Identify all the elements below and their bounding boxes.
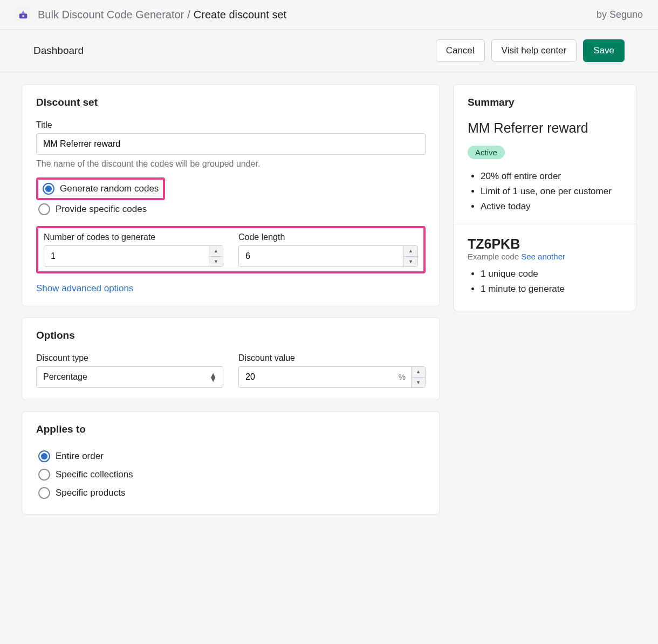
help-center-button[interactable]: Visit help center (491, 39, 577, 62)
see-another-link[interactable]: See another (521, 252, 565, 261)
stepper-up-icon[interactable]: ▲ (412, 367, 425, 378)
radio-icon (38, 469, 50, 481)
radio-generate-random[interactable]: Generate random codes (36, 177, 165, 200)
code-length-field[interactable] (239, 246, 403, 266)
discount-set-heading: Discount set (36, 97, 426, 108)
summary-bullet: 20% off entire order (481, 171, 622, 182)
summary-detail-bullet: 1 minute to generate (481, 284, 622, 294)
radio-provide-specific[interactable]: Provide specific codes (36, 200, 426, 218)
stepper-up-icon[interactable]: ▲ (209, 246, 223, 257)
title-label: Title (36, 120, 426, 130)
summary-detail-bullets: 1 unique code 1 minute to generate (468, 269, 622, 294)
radio-icon (43, 183, 54, 195)
summary-detail-bullet: 1 unique code (481, 269, 622, 279)
code-generation-panel: Number of codes to generate ▲ ▼ Code len… (36, 226, 426, 273)
radio-icon (38, 450, 50, 462)
action-bar: Dashboard Cancel Visit help center Save (0, 30, 658, 72)
code-length-label: Code length (238, 232, 418, 242)
stepper-down-icon[interactable]: ▼ (404, 257, 417, 267)
radio-label: Provide specific codes (56, 204, 147, 215)
stepper-up-icon[interactable]: ▲ (404, 246, 417, 257)
num-codes-input[interactable]: ▲ ▼ (44, 245, 223, 267)
advanced-options-link[interactable]: Show advanced options (36, 283, 134, 294)
code-length-input[interactable]: ▲ ▼ (238, 245, 418, 267)
example-code: TZ6PKB (468, 236, 622, 252)
svg-point-1 (22, 15, 24, 17)
num-codes-field[interactable] (44, 246, 209, 266)
title-input[interactable] (36, 133, 426, 155)
summary-bullet: Limit of 1 use, one per customer (481, 186, 622, 197)
applies-to-card: Applies to Entire order Specific collect… (22, 411, 440, 515)
radio-specific-collections[interactable]: Specific collections (36, 465, 426, 484)
cancel-button[interactable]: Cancel (436, 39, 485, 62)
summary-bullet: Active today (481, 201, 622, 212)
radio-label: Generate random codes (60, 183, 159, 194)
stepper-down-icon[interactable]: ▼ (209, 257, 223, 267)
stepper-down-icon[interactable]: ▼ (412, 378, 425, 388)
discount-type-select[interactable]: Percentage (36, 366, 223, 388)
byline: by Seguno (597, 9, 643, 20)
discount-type-label: Discount type (36, 353, 223, 363)
breadcrumb-current: Create discount set (194, 9, 286, 21)
discount-value-label: Discount value (238, 353, 426, 363)
discount-value-suffix: % (393, 367, 411, 387)
breadcrumb: Bulk Discount Code Generator / Create di… (38, 9, 286, 21)
example-code-label: Example code See another (468, 252, 622, 261)
discount-value-input[interactable]: % ▲ ▼ (238, 366, 426, 388)
app-logo-icon (15, 6, 31, 23)
summary-card: Summary MM Referrer reward Active 20% of… (453, 84, 636, 311)
discount-value-field[interactable] (239, 367, 393, 387)
radio-label: Entire order (56, 451, 104, 462)
summary-heading: Summary (468, 97, 622, 108)
divider (454, 224, 636, 224)
radio-entire-order[interactable]: Entire order (36, 447, 426, 465)
save-button[interactable]: Save (583, 39, 625, 62)
radio-label: Specific collections (56, 469, 133, 480)
topbar: Bulk Discount Code Generator / Create di… (0, 0, 658, 30)
options-card: Options Discount type Percentage ▲▼ Disc… (22, 317, 440, 400)
page-title: Dashboard (33, 45, 84, 57)
title-helper: The name of the discount the codes will … (36, 159, 426, 169)
radio-specific-products[interactable]: Specific products (36, 484, 426, 502)
summary-title: MM Referrer reward (468, 120, 622, 136)
discount-set-card: Discount set Title The name of the disco… (22, 84, 440, 306)
summary-bullets: 20% off entire order Limit of 1 use, one… (468, 171, 622, 212)
radio-icon (38, 487, 50, 499)
breadcrumb-root[interactable]: Bulk Discount Code Generator (38, 9, 184, 21)
options-heading: Options (36, 330, 426, 341)
radio-label: Specific products (56, 488, 125, 498)
status-badge: Active (468, 146, 505, 159)
num-codes-label: Number of codes to generate (44, 232, 223, 242)
radio-icon (38, 203, 50, 215)
applies-to-heading: Applies to (36, 423, 426, 435)
breadcrumb-separator: / (187, 9, 190, 21)
